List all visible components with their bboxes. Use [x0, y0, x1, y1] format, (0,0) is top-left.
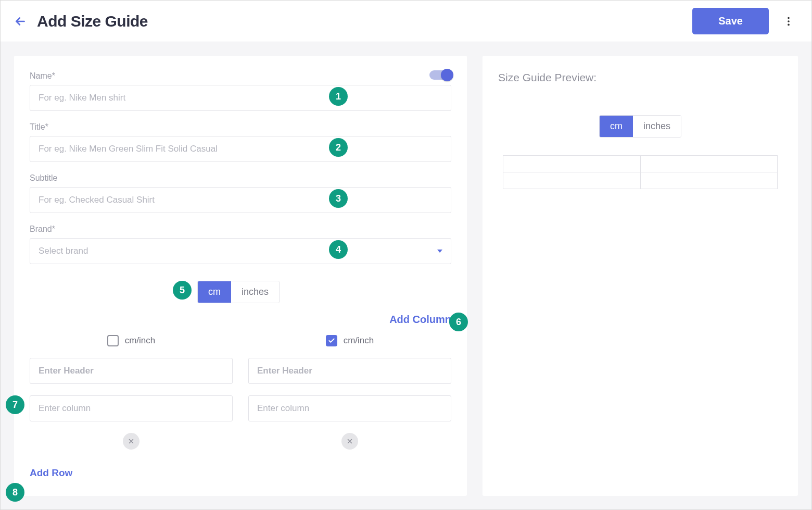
col1-cm-inch-label: cm/inch: [344, 335, 374, 346]
table-row: [503, 156, 778, 172]
more-menu-button[interactable]: [778, 11, 799, 32]
check-icon: [328, 337, 335, 344]
preview-cell: [640, 172, 778, 189]
step-badge-8: 8: [6, 483, 24, 502]
step-badge-3: 3: [329, 189, 348, 208]
preview-cell: [503, 172, 641, 189]
more-vertical-icon: [783, 16, 794, 27]
unit-inches-button[interactable]: inches: [231, 281, 279, 303]
col0-head: cm/inch: [30, 335, 233, 346]
name-row: Name* 1: [30, 71, 451, 111]
grid-area: 7 cm/inch: [30, 335, 451, 450]
chevron-down-icon: [437, 250, 442, 253]
step-badge-2: 2: [329, 138, 348, 157]
svg-point-2: [788, 20, 790, 22]
app-frame: Add Size Guide Save Name* 1 Title*: [0, 0, 812, 510]
col0-header-input[interactable]: [30, 358, 233, 384]
top-bar: Add Size Guide Save: [1, 1, 811, 42]
subtitle-label: Subtitle: [30, 173, 451, 183]
col1-remove-button[interactable]: [341, 433, 358, 450]
close-icon: [346, 438, 353, 445]
col1-cell-input[interactable]: [248, 395, 451, 421]
svg-point-3: [788, 23, 790, 26]
brand-label: Brand*: [30, 225, 451, 234]
content-row: Name* 1 Title* 2 Subtitle 3 Brand* Selec: [1, 42, 811, 509]
subtitle-row: Subtitle 3: [30, 173, 451, 213]
preview-cell: [503, 156, 641, 172]
add-row-button[interactable]: Add Row: [30, 467, 451, 479]
col1-header-input[interactable]: [248, 358, 451, 384]
title-label: Title*: [30, 122, 451, 132]
col0-remove-button[interactable]: [123, 433, 139, 450]
preview-table: [503, 155, 778, 189]
col0-remove-wrap: [30, 433, 233, 450]
title-row: Title* 2: [30, 122, 451, 162]
arrow-left-icon: [14, 15, 27, 28]
add-column-button[interactable]: Add Column: [30, 314, 451, 326]
preview-unit-cm-button[interactable]: cm: [600, 116, 633, 137]
preview-cell: [640, 156, 778, 172]
brand-select[interactable]: Select brand: [30, 238, 451, 264]
preview-body: cm inches: [498, 115, 782, 189]
brand-row: Brand* Select brand 4: [30, 225, 451, 264]
subtitle-input[interactable]: [30, 187, 451, 213]
close-icon: [128, 438, 135, 445]
add-column-row: Add Column 6: [30, 314, 451, 326]
save-button[interactable]: Save: [692, 8, 769, 34]
unit-toggle-row: 5 cm inches: [30, 276, 451, 308]
form-panel: Name* 1 Title* 2 Subtitle 3 Brand* Selec: [14, 56, 467, 496]
name-label: Name*: [30, 71, 451, 81]
grid-col-1: cm/inch: [248, 335, 451, 450]
brand-placeholder: Select brand: [39, 246, 88, 256]
name-input[interactable]: [30, 85, 451, 111]
col0-cm-inch-label: cm/inch: [125, 335, 156, 346]
col1-cm-inch-checkbox[interactable]: [326, 335, 337, 346]
preview-unit-inches-button[interactable]: inches: [633, 116, 681, 137]
unit-toggle: cm inches: [197, 281, 280, 303]
col0-cell-input[interactable]: [30, 395, 233, 421]
svg-point-1: [788, 17, 790, 19]
grid-col-0: cm/inch: [30, 335, 233, 450]
col1-remove-wrap: [248, 433, 451, 450]
back-button[interactable]: [13, 14, 28, 29]
step-badge-4: 4: [329, 240, 348, 259]
step-badge-7: 7: [6, 395, 24, 414]
preview-title: Size Guide Preview:: [498, 71, 782, 84]
table-row: [503, 172, 778, 189]
preview-unit-toggle: cm inches: [599, 115, 681, 138]
step-badge-6: 6: [449, 313, 468, 331]
page-title: Add Size Guide: [37, 13, 148, 30]
col0-cm-inch-checkbox[interactable]: [107, 335, 119, 346]
step-badge-1: 1: [329, 87, 348, 106]
title-input[interactable]: [30, 136, 451, 162]
col1-head: cm/inch: [248, 335, 451, 346]
unit-cm-button[interactable]: cm: [198, 281, 231, 303]
add-row-wrap: 8 Add Row: [30, 467, 451, 479]
preview-panel: Size Guide Preview: cm inches: [483, 56, 798, 496]
step-badge-5: 5: [173, 281, 192, 300]
